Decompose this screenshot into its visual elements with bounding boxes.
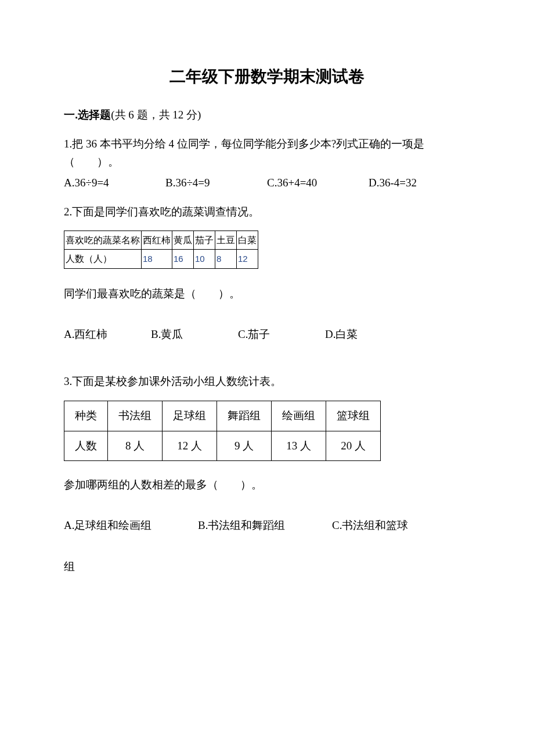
activity-table: 种类 书法组 足球组 舞蹈组 绘画组 篮球组 人数 8 人 12 人 9 人 1… xyxy=(64,401,381,461)
question-3-options: A.足球组和绘画组 B.书法组和舞蹈组 C.书法组和篮球 组 xyxy=(64,517,470,575)
table-cell: 12 人 xyxy=(163,431,217,460)
table-header: 白菜 xyxy=(237,231,258,250)
section-name: 选择题 xyxy=(78,109,111,121)
question-2-options: A.西红柿 B.黄瓜 C.茄子 D.白菜 xyxy=(64,326,470,343)
section-number: 一. xyxy=(64,109,78,121)
exam-page: 二年级下册数学期末测试卷 一.选择题(共 6 题，共 12 分) 1.把 36 … xyxy=(0,0,534,756)
table-header: 书法组 xyxy=(108,401,163,431)
table-header: 喜欢吃的蔬菜名称 xyxy=(64,231,142,250)
row-label: 人数 xyxy=(64,431,108,460)
table-row: 人数 8 人 12 人 9 人 13 人 20 人 xyxy=(64,431,381,460)
question-text: 1.把 36 本书平均分给 4 位同学，每位同学能分到多少本?列式正确的一项是（… xyxy=(64,135,470,171)
table-cell: 18 xyxy=(142,250,172,269)
table-header: 舞蹈组 xyxy=(217,401,272,431)
option-a: A.36÷9=4 xyxy=(64,174,165,192)
table-cell: 8 人 xyxy=(108,431,163,460)
table-header: 足球组 xyxy=(163,401,217,431)
page-title: 二年级下册数学期末测试卷 xyxy=(64,64,470,90)
table-cell: 16 xyxy=(172,250,194,269)
question-text: 2.下面是同学们喜欢吃的蔬菜调查情况。 xyxy=(64,203,470,221)
table-header: 西红柿 xyxy=(142,231,172,250)
table-cell: 8 xyxy=(215,250,237,269)
option-c: C.书法组和篮球 xyxy=(332,517,466,534)
question-prompt: 同学们最喜欢吃的蔬菜是（ ）。 xyxy=(64,285,470,303)
table-header: 绘画组 xyxy=(272,401,326,431)
table-cell: 10 xyxy=(194,250,215,269)
question-text: 3.下面是某校参加课外活动小组人数统计表。 xyxy=(64,373,470,390)
section-info: (共 6 题，共 12 分) xyxy=(111,109,201,121)
table-cell: 9 人 xyxy=(217,431,272,460)
option-b: B.黄瓜 xyxy=(151,326,238,343)
table-header: 种类 xyxy=(64,401,108,431)
table-cell: 12 xyxy=(237,250,258,269)
option-b: B.书法组和舞蹈组 xyxy=(198,517,332,534)
row-label: 人数（人） xyxy=(64,250,142,269)
option-c: C.36+4=40 xyxy=(267,174,369,192)
table-row: 种类 书法组 足球组 舞蹈组 绘画组 篮球组 xyxy=(64,401,381,431)
vegetable-table: 喜欢吃的蔬菜名称 西红柿 黄瓜 茄子 土豆 白菜 人数（人） 18 16 10 … xyxy=(64,231,258,269)
option-a: A.足球组和绘画组 xyxy=(64,517,198,534)
table-header: 篮球组 xyxy=(326,401,381,431)
question-2: 2.下面是同学们喜欢吃的蔬菜调查情况。 喜欢吃的蔬菜名称 西红柿 黄瓜 茄子 土… xyxy=(64,203,470,343)
section-1-header: 一.选择题(共 6 题，共 12 分) xyxy=(64,106,470,124)
option-c: C.茄子 xyxy=(238,326,325,343)
option-c-continuation: 组 xyxy=(64,558,470,575)
option-d: D.36-4=32 xyxy=(369,174,470,192)
option-d: D.白菜 xyxy=(325,326,412,343)
question-prompt: 参加哪两组的人数相差的最多（ ）。 xyxy=(64,476,470,494)
question-3: 3.下面是某校参加课外活动小组人数统计表。 种类 书法组 足球组 舞蹈组 绘画组… xyxy=(64,373,470,575)
table-header: 黄瓜 xyxy=(172,231,194,250)
table-cell: 20 人 xyxy=(326,431,381,460)
table-row: 人数（人） 18 16 10 8 12 xyxy=(64,250,258,269)
question-1: 1.把 36 本书平均分给 4 位同学，每位同学能分到多少本?列式正确的一项是（… xyxy=(64,135,470,192)
table-row: 喜欢吃的蔬菜名称 西红柿 黄瓜 茄子 土豆 白菜 xyxy=(64,231,258,250)
question-1-options: A.36÷9=4 B.36÷4=9 C.36+4=40 D.36-4=32 xyxy=(64,174,470,192)
option-a: A.西红柿 xyxy=(64,326,151,343)
table-header: 土豆 xyxy=(215,231,237,250)
option-b: B.36÷4=9 xyxy=(165,174,267,192)
table-cell: 13 人 xyxy=(272,431,326,460)
table-header: 茄子 xyxy=(194,231,215,250)
